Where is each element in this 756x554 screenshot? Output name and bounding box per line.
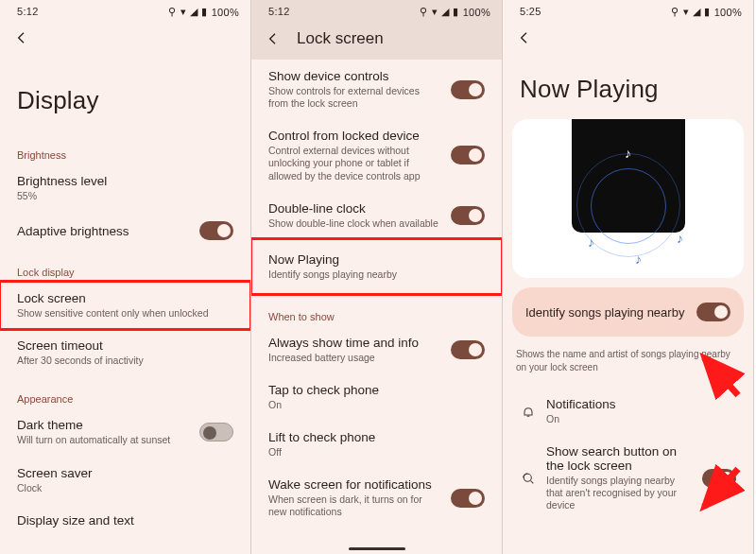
row-brightness-level[interactable]: Brightness level 55%: [0, 164, 250, 212]
adaptive-toggle[interactable]: [199, 221, 233, 240]
saver-title: Screen saver: [17, 466, 233, 480]
nav-pill[interactable]: [349, 547, 405, 550]
page-title: Now Playing: [503, 52, 753, 112]
wifi-icon: ▾: [683, 6, 689, 18]
dbl-title: Double-line clock: [268, 201, 441, 216]
status-bar: 5:25 ⚲ ▾ ◢ ▮ 100%: [503, 0, 753, 22]
wifi-icon: ▾: [432, 6, 438, 18]
ctrllock-title: Control from locked device: [268, 129, 441, 143]
page-title: Lock screen: [297, 29, 384, 48]
row-show-search-button[interactable]: Show search button on the lock screen Id…: [503, 435, 753, 521]
bell-icon: [520, 404, 537, 419]
dark-toggle[interactable]: [199, 423, 233, 441]
lockscreen-sub: Show sensitive content only when unlocke…: [17, 307, 233, 320]
lockscreen-title: Lock screen: [17, 291, 233, 305]
wake-title: Wake screen for notifications: [268, 477, 441, 492]
clock: 5:25: [520, 6, 541, 18]
np-sub: Identify songs playing nearby: [268, 268, 485, 281]
identify-title: Identify songs playing nearby: [525, 305, 687, 320]
header: [503, 22, 753, 52]
bluetooth-icon: ⚲: [671, 6, 679, 18]
row-tap-to-check[interactable]: Tap to check phone On: [251, 373, 502, 421]
always-toggle[interactable]: [451, 340, 485, 359]
identify-helper: Shows the name and artist of songs playi…: [503, 344, 753, 388]
section-lock-display: Lock display: [0, 250, 250, 282]
search-sub: Identify songs playing nearby that aren'…: [546, 475, 693, 511]
row-wake-screen[interactable]: Wake screen for notifications When scree…: [251, 468, 502, 528]
row-double-line-clock[interactable]: Double-line clock Show double-line clock…: [251, 192, 502, 239]
row-now-playing[interactable]: Now Playing Identify songs playing nearb…: [251, 239, 502, 294]
search-toggle[interactable]: [702, 469, 736, 488]
row-identify-songs[interactable]: Identify songs playing nearby: [512, 287, 744, 337]
displaysize-title: Display size and text: [17, 513, 233, 528]
bluetooth-icon: ⚲: [420, 6, 427, 18]
panel-display: 5:12 ⚲ ▾ ◢ ▮ 100% Display Brightness Bri…: [0, 0, 251, 554]
row-always-show[interactable]: Always show time and info Increased batt…: [251, 326, 502, 373]
row-show-device-controls[interactable]: Show device controls Show controls for e…: [251, 60, 502, 119]
svg-point-0: [524, 474, 531, 481]
row-control-from-locked[interactable]: Control from locked device Control exter…: [251, 119, 502, 191]
battery-icon: ▮: [704, 6, 710, 18]
saver-sub: Clock: [17, 482, 233, 494]
bluetooth-icon: ⚲: [168, 6, 176, 18]
now-playing-preview: ♪ ♪ ♪ ♪: [512, 119, 744, 278]
tap-sub: On: [268, 399, 485, 411]
row-dark-theme[interactable]: Dark theme Will turn on automatically at…: [0, 408, 250, 456]
brightness-level-title: Brightness level: [17, 174, 233, 188]
row-display-size[interactable]: Display size and text: [0, 504, 250, 537]
phone-mock-icon: ♪: [572, 119, 685, 233]
section-when-to-show: When to show: [251, 294, 502, 326]
section-brightness: Brightness: [0, 132, 250, 164]
dark-title: Dark theme: [17, 418, 190, 432]
tap-title: Tap to check phone: [268, 383, 485, 397]
brightness-level-sub: 55%: [17, 190, 233, 202]
dbl-toggle[interactable]: [451, 206, 485, 225]
status-icons: ⚲ ▾ ◢ ▮ 100%: [420, 6, 490, 18]
status-bar: 5:12 ⚲ ▾ ◢ ▮ 100%: [251, 0, 502, 22]
signal-icon: ◢: [693, 6, 700, 18]
ctrllock-sub: Control external devices without unlocki…: [268, 145, 441, 182]
header: [0, 22, 250, 52]
devctrl-title: Show device controls: [268, 69, 441, 83]
wake-toggle[interactable]: [451, 489, 485, 508]
back-icon[interactable]: [13, 29, 30, 46]
devctrl-sub: Show controls for external devices from …: [268, 85, 441, 110]
section-appearance: Appearance: [0, 376, 250, 408]
battery-pct: 100%: [714, 7, 742, 18]
float-note-icon: ♪: [635, 251, 642, 267]
identify-toggle[interactable]: [696, 303, 730, 321]
back-icon[interactable]: [516, 29, 533, 46]
float-note-icon: ♪: [588, 234, 594, 250]
row-screen-saver[interactable]: Screen saver Clock: [0, 457, 250, 504]
dark-sub: Will turn on automatically at sunset: [17, 434, 190, 446]
battery-icon: ▮: [201, 6, 207, 18]
ctrllock-toggle[interactable]: [451, 146, 485, 164]
status-icons: ⚲ ▾ ◢ ▮ 100%: [168, 6, 239, 18]
signal-icon: ◢: [190, 6, 198, 18]
clock: 5:12: [17, 6, 39, 18]
row-lock-screen[interactable]: Lock screen Show sensitive content only …: [0, 282, 250, 329]
row-lift-to-check[interactable]: Lift to check phone Off: [251, 421, 502, 468]
row-screen-timeout[interactable]: Screen timeout After 30 seconds of inact…: [0, 329, 250, 376]
panel-now-playing: 5:25 ⚲ ▾ ◢ ▮ 100% Now Playing ♪ ♪ ♪ ♪ Id…: [503, 0, 754, 554]
timeout-sub: After 30 seconds of inactivity: [17, 355, 233, 367]
row-notifications[interactable]: Notifications On: [503, 388, 753, 435]
notif-sub: On: [546, 413, 736, 425]
wifi-icon: ▾: [180, 6, 186, 18]
float-note-icon: ♪: [677, 231, 683, 246]
search-history-icon: [520, 471, 537, 486]
clock: 5:12: [268, 6, 290, 18]
wake-sub: When screen is dark, it turns on for new…: [268, 493, 441, 518]
battery-icon: ▮: [453, 6, 458, 18]
always-title: Always show time and info: [268, 336, 441, 350]
status-icons: ⚲ ▾ ◢ ▮ 100%: [671, 6, 742, 18]
search-title: Show search button on the lock screen: [546, 444, 693, 473]
panel-lock-screen: 5:12 ⚲ ▾ ◢ ▮ 100% Lock screen Show devic…: [251, 0, 503, 554]
status-bar: 5:12 ⚲ ▾ ◢ ▮ 100%: [0, 0, 250, 22]
lift-sub: Off: [268, 446, 485, 459]
devctrl-toggle[interactable]: [451, 80, 485, 99]
dbl-sub: Show double-line clock when available: [268, 217, 441, 230]
row-adaptive-brightness[interactable]: Adaptive brightness: [0, 212, 250, 250]
back-icon[interactable]: [265, 30, 282, 47]
timeout-title: Screen timeout: [17, 338, 233, 353]
